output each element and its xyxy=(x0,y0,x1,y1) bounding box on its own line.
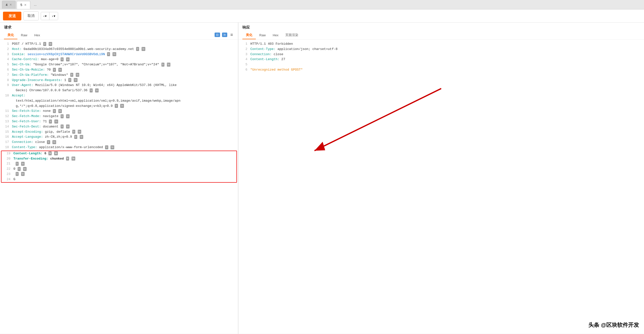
svg-line-1 xyxy=(314,89,441,151)
resp-line-4: 4 Content-Length: 27 xyxy=(238,57,644,62)
request-code-area: 1 POST / HTTP/1.1 \r \n 2 Host: 0ada00b1… xyxy=(0,40,238,334)
req-line-24: 24 G xyxy=(2,177,236,182)
req-line-14: 14 Sec-Fetch-Dest: document \r \n xyxy=(0,124,238,130)
req-line-13: 13 Sec-Fetch-User: ?1 \r \n xyxy=(0,119,238,124)
toolbar: 发送 取消 ‹ ▾ › ▾ xyxy=(0,10,644,23)
req-line-3: 3 Cookie: session=szVX6pCHjSTAHWXCrUaVd0… xyxy=(0,52,238,57)
req-line-5: 5 Sec-Ch-Ua: "Google Chrome";v="107", "C… xyxy=(0,62,238,67)
req-line-22: 22 0 \r \n xyxy=(2,167,236,172)
req-line-15: 15 Accept-Encoding: gzip, deflate \r \n xyxy=(0,130,238,135)
highlighted-block: 19 Content-Length: 6 \r \n 20 Transfer-E… xyxy=(1,151,237,183)
req-line-21: 21 \r \n xyxy=(2,161,236,167)
req-line-17: 17 Connection: close \r \n xyxy=(0,140,238,145)
req-line-10: 10 Accept: text/html,application/xhtml+x… xyxy=(0,93,238,109)
resp-line-2: 2 Content-Type: application/json; charse… xyxy=(238,47,644,52)
prev-button[interactable]: ‹ ▾ xyxy=(41,12,50,20)
request-toolbar-icons: ⊟ ln ≡ xyxy=(214,32,234,39)
req-line-11: 11 Sec-Fetch-Site: none \r \n xyxy=(0,109,238,114)
req-line-8: 8 Upgrade-Insecure-Requests: 1 \r \n xyxy=(0,78,238,83)
response-panel: 响应 美化 Raw Hex 页面渲染 1 HTTP/1.1 403 Forbid… xyxy=(238,23,644,334)
req-line-6: 6 Sec-Ch-Ua-Mobile: ?0 \r \n xyxy=(0,67,238,73)
resp-line-5: 5 xyxy=(238,62,644,67)
tab-raw-resp[interactable]: Raw xyxy=(256,32,269,39)
request-panel: 请求 美化 Raw Hex ⊟ ln ≡ 1 POST / HTTP/1.1 \… xyxy=(0,23,238,334)
req-line-18: 18 Content-Type: application/x-www-form-… xyxy=(0,145,238,150)
tab-render-resp[interactable]: 页面渲染 xyxy=(282,31,302,39)
menu-icon[interactable]: ≡ xyxy=(229,32,234,38)
response-header: 响应 美化 Raw Hex 页面渲染 xyxy=(238,23,644,40)
req-line-19: 19 Content-Length: 6 \r \n xyxy=(2,151,236,156)
resp-line-6: 6 "Unrecognized method GPOST" xyxy=(238,67,644,73)
arrow-annotation xyxy=(238,40,644,334)
send-button[interactable]: 发送 xyxy=(3,12,21,20)
req-line-23: 23 \r \n xyxy=(2,172,236,177)
tab-raw-req[interactable]: Raw xyxy=(18,32,31,39)
next-dropdown-icon[interactable]: ▾ xyxy=(54,14,56,18)
next-button[interactable]: › ▾ xyxy=(50,12,58,20)
request-header: 请求 美化 Raw Hex ⊟ ln ≡ xyxy=(0,23,238,40)
tab-hex-resp[interactable]: Hex xyxy=(269,32,282,39)
prev-dropdown-icon[interactable]: ▾ xyxy=(45,14,47,18)
request-tabs: 美化 Raw Hex xyxy=(4,31,44,39)
main-area: 请求 美化 Raw Hex ⊟ ln ≡ 1 POST / HTTP/1.1 \… xyxy=(0,23,644,334)
req-line-2: 2 Host: 0ada00b10334a967c03554e0001a00b1… xyxy=(0,47,238,52)
req-line-7: 7 Sec-Ch-Ua-Platform: "Windows" \r \n xyxy=(0,73,238,78)
request-title: 请求 xyxy=(4,25,234,31)
req-line-4: 4 Cache-Control: max-age=0 \r \n xyxy=(0,57,238,62)
tab-4[interactable]: 4 ✕ xyxy=(2,1,16,9)
wrap-icon[interactable]: ⊟ xyxy=(214,33,220,37)
response-title: 响应 xyxy=(242,25,640,31)
tab-5[interactable]: 5 ✕ xyxy=(17,1,30,9)
tab-hex-req[interactable]: Hex xyxy=(31,32,44,39)
resp-line-1: 1 HTTP/1.1 403 Forbidden xyxy=(238,42,644,47)
tab5-close-icon[interactable]: ✕ xyxy=(24,3,26,7)
ln-icon[interactable]: ln xyxy=(222,33,227,37)
req-line-16: 16 Accept-Language: zh-CN,zh;q=0.9 \r \n xyxy=(0,134,238,140)
req-line-20: 20 Transfer-Encoding: chunked \r \n xyxy=(2,156,236,162)
response-tabs: 美化 Raw Hex 页面渲染 xyxy=(242,31,640,39)
tab-beautify-resp[interactable]: 美化 xyxy=(242,31,256,39)
req-line-1: 1 POST / HTTP/1.1 \r \n xyxy=(0,42,238,47)
response-content: 1 HTTP/1.1 403 Forbidden 2 Content-Type:… xyxy=(238,40,644,334)
nav-buttons: ‹ ▾ › ▾ xyxy=(41,12,58,20)
req-line-9: 9 User-Agent: Mozilla/5.0 (Windows NT 10… xyxy=(0,83,238,93)
tab-bar: 4 ✕ 5 ✕ ... xyxy=(0,0,644,10)
resp-line-3: 3 Connection: close xyxy=(238,52,644,57)
tab4-close-icon[interactable]: ✕ xyxy=(10,3,12,7)
watermark: 头条 @区块软件开发 xyxy=(588,321,639,329)
tab-beautify-req[interactable]: 美化 xyxy=(4,31,18,39)
req-line-12: 12 Sec-Fetch-Mode: navigate \r \n xyxy=(0,114,238,119)
tab-more[interactable]: ... xyxy=(31,1,39,8)
cancel-button[interactable]: 取消 xyxy=(23,12,39,20)
response-code-area: 1 HTTP/1.1 403 Forbidden 2 Content-Type:… xyxy=(238,40,644,75)
